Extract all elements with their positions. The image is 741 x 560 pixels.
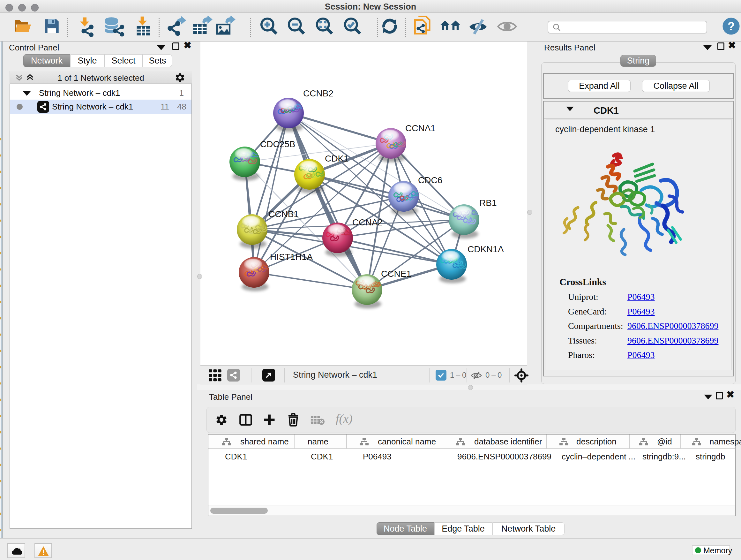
svg-text:CDC25B: CDC25B (260, 139, 295, 149)
svg-text:CDKN1A: CDKN1A (468, 244, 504, 254)
svg-text:CCNE1: CCNE1 (381, 269, 411, 279)
svg-text:CCNB2: CCNB2 (303, 88, 333, 98)
svg-text:CCNA1: CCNA1 (405, 123, 435, 133)
svg-text:CDC6: CDC6 (418, 175, 442, 185)
svg-text:CCNA2: CCNA2 (352, 217, 383, 227)
svg-text:HIST1H1A: HIST1H1A (270, 252, 313, 262)
svg-text:RB1: RB1 (479, 198, 496, 208)
svg-text:CCNB1: CCNB1 (268, 209, 299, 219)
svg-text:?: ? (728, 20, 735, 33)
svg-text:CDK1: CDK1 (325, 153, 349, 164)
